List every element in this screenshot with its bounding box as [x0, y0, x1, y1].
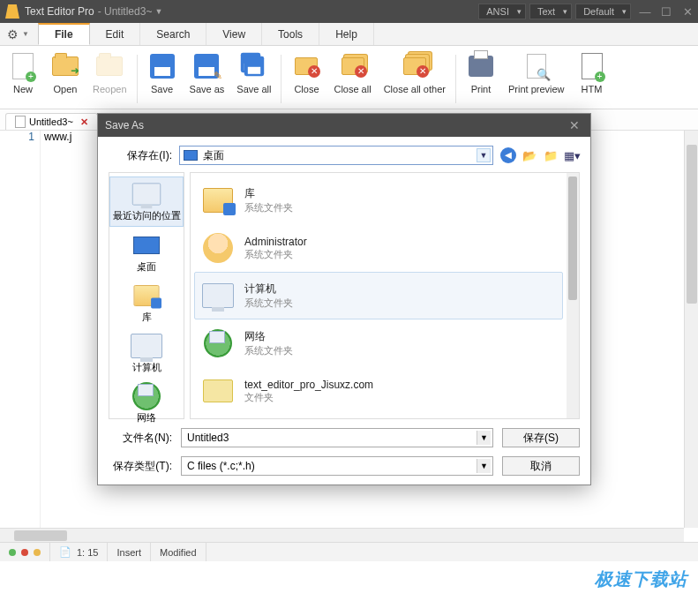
- file-list-scrollbar[interactable]: [567, 173, 579, 418]
- recent-icon: [131, 181, 162, 207]
- ribbon-label: Save as: [190, 84, 225, 94]
- menu-view[interactable]: View: [206, 23, 262, 45]
- item-type: 系统文件夹: [244, 344, 293, 357]
- ribbon-label: Close all: [334, 84, 371, 94]
- theme-combo[interactable]: Default: [575, 4, 631, 19]
- filename-value: Untitled3: [187, 432, 229, 444]
- editor-line[interactable]: www.j: [41, 131, 71, 542]
- closeall-button[interactable]: ✕Close all: [327, 49, 377, 109]
- place-recent[interactable]: 最近访问的位置: [109, 177, 184, 227]
- ribbon-label: HTM: [582, 84, 603, 94]
- html-icon: [578, 52, 606, 80]
- menu-search[interactable]: Search: [140, 23, 206, 45]
- file-item-pc[interactable]: 计算机系统文件夹: [194, 272, 563, 319]
- place-libraries[interactable]: 库: [109, 279, 184, 327]
- green-indicator-icon: [9, 549, 16, 556]
- print-button[interactable]: Print: [460, 49, 502, 109]
- document-tab-label: Untitled3~: [29, 116, 73, 127]
- insert-mode[interactable]: Insert: [108, 543, 151, 561]
- dialog-title-bar[interactable]: Save As ✕: [98, 114, 590, 137]
- saveall-button[interactable]: Save all: [230, 49, 277, 109]
- file-item-admin[interactable]: Administrator系统文件夹: [194, 224, 563, 272]
- save-button[interactable]: Save: [141, 49, 184, 109]
- save-as-dialog: Save As ✕ 保存在(I): 桌面 ▼ ◄ 📂 📁 ▦▾ 最近访问的位置桌…: [97, 113, 591, 485]
- filename-input[interactable]: Untitled3 ▼: [181, 428, 493, 447]
- place-network[interactable]: 网络: [109, 379, 184, 428]
- mode-combo[interactable]: Text: [529, 4, 572, 19]
- place-label: 桌面: [109, 260, 184, 274]
- yellow-indicator-icon: [34, 549, 41, 556]
- filetype-combo[interactable]: C files (*.c;*.h) ▼: [181, 456, 493, 476]
- menu-file[interactable]: File: [38, 23, 90, 45]
- place-computer[interactable]: 计算机: [109, 329, 184, 378]
- ribbon-label: Close: [294, 84, 319, 94]
- file-icon: [15, 116, 26, 128]
- places-bar: 最近访问的位置桌面库计算机网络: [109, 172, 184, 419]
- preview-button[interactable]: Print preview: [502, 49, 571, 109]
- print-icon: [467, 52, 495, 80]
- document-tab[interactable]: Untitled3~ ✕: [5, 113, 98, 130]
- ribbon-label: Close all other: [384, 84, 446, 94]
- location-combo[interactable]: 桌面 ▼: [179, 146, 493, 165]
- item-name: 库: [244, 186, 293, 201]
- menu-help[interactable]: Help: [319, 23, 374, 45]
- back-icon[interactable]: ◄: [500, 147, 516, 163]
- save-in-label: 保存在(I):: [109, 148, 172, 163]
- close-window-button[interactable]: ✕: [677, 5, 698, 19]
- titlebar-dropdown-icon[interactable]: ▼: [154, 7, 162, 16]
- desktop-icon: [184, 150, 198, 161]
- dialog-title: Save As: [105, 119, 144, 131]
- ribbon-label: Open: [54, 84, 78, 94]
- qat-dropdown-icon[interactable]: ▼: [22, 30, 34, 38]
- file-list[interactable]: 库系统文件夹Administrator系统文件夹计算机系统文件夹网络系统文件夹t…: [190, 172, 580, 419]
- app-title: Text Editor Pro: [25, 5, 94, 18]
- save-button[interactable]: 保存(S): [502, 428, 580, 447]
- ribbon-label: New: [13, 84, 33, 94]
- computer-icon: [131, 333, 162, 359]
- title-bar: Text Editor Pro - Untitled3~ ▼ ANSI Text…: [0, 0, 698, 23]
- ribbon-label: Save all: [236, 84, 271, 94]
- v-scroll-thumb[interactable]: [687, 145, 697, 304]
- chevron-down-icon[interactable]: ▼: [477, 459, 491, 473]
- menu-edit[interactable]: Edit: [90, 23, 141, 45]
- new-button[interactable]: New: [2, 49, 44, 109]
- chevron-down-icon[interactable]: ▼: [477, 431, 491, 445]
- place-label: 库: [109, 311, 184, 324]
- h-scroll-thumb[interactable]: [14, 530, 67, 541]
- ribbon: NewOpenReopenSave✎Save asSave all✕Close✕…: [0, 46, 698, 109]
- closeall-icon: ✕: [339, 52, 367, 80]
- open-button[interactable]: Open: [44, 49, 86, 109]
- html-button[interactable]: HTM: [571, 49, 613, 109]
- dialog-close-icon[interactable]: ✕: [566, 118, 583, 132]
- minimize-button[interactable]: —: [634, 5, 656, 19]
- up-icon[interactable]: 📂: [522, 147, 537, 163]
- encoding-combo[interactable]: ANSI: [478, 4, 526, 19]
- horizontal-scrollbar[interactable]: [0, 528, 684, 542]
- file-item-lib[interactable]: 库系统文件夹: [194, 177, 563, 224]
- view-menu-icon[interactable]: ▦▾: [564, 147, 580, 163]
- closeother-button[interactable]: ✕Close all other: [378, 49, 452, 109]
- menu-tools[interactable]: Tools: [262, 23, 319, 45]
- maximize-button[interactable]: ☐: [656, 5, 677, 19]
- saveas-icon: ✎: [192, 52, 221, 80]
- close-button[interactable]: ✕Close: [285, 49, 327, 109]
- cursor-position: 📄 1: 15: [50, 543, 108, 561]
- place-desktop[interactable]: 桌面: [109, 229, 184, 277]
- chevron-down-icon[interactable]: ▼: [477, 148, 491, 162]
- close-tab-icon[interactable]: ✕: [80, 116, 88, 128]
- closeother-icon: ✕: [401, 52, 429, 80]
- cancel-button[interactable]: 取消: [502, 456, 580, 476]
- net-icon: [200, 326, 236, 361]
- vertical-scrollbar[interactable]: [684, 131, 698, 528]
- new-folder-icon[interactable]: 📁: [543, 147, 559, 163]
- file-item-net[interactable]: 网络系统文件夹: [194, 319, 563, 367]
- file-item-folder[interactable]: text_editor_pro_Jisuxz.com文件夹: [194, 367, 563, 415]
- modified-status: Modified: [151, 543, 206, 561]
- scrollbar-thumb[interactable]: [568, 177, 577, 300]
- saveall-icon: [240, 52, 268, 80]
- desktop-icon: [131, 232, 162, 259]
- saveas-button[interactable]: ✎Save as: [184, 49, 231, 109]
- item-name: text_editor_pro_Jisuxz.com: [244, 379, 373, 391]
- folder-icon: [200, 373, 236, 409]
- gear-icon[interactable]: ⚙: [4, 27, 22, 41]
